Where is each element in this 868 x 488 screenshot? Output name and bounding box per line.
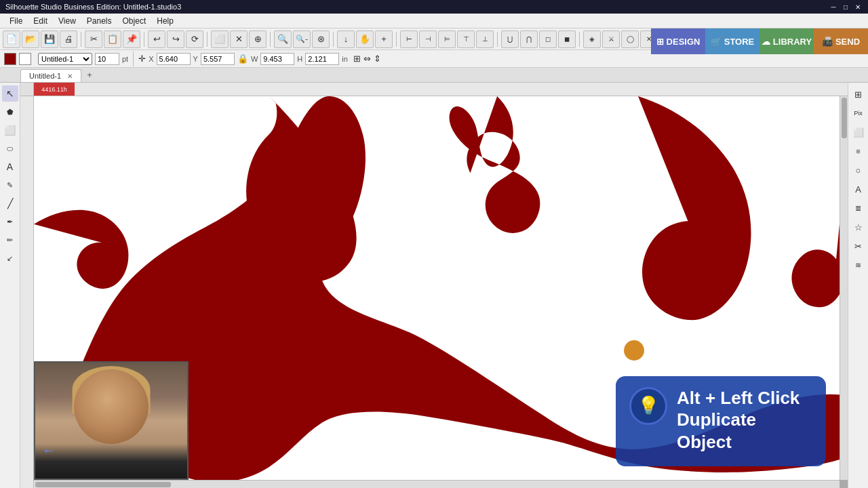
minimize-button[interactable]: ─ xyxy=(829,2,838,12)
align-left-button[interactable]: ⊢ xyxy=(400,30,418,48)
cut-button[interactable]: ✂ xyxy=(85,30,102,48)
x-input[interactable] xyxy=(157,53,191,65)
w-label: W xyxy=(251,55,258,63)
boolean-unite[interactable]: ⋃ xyxy=(501,30,519,48)
cancel-button[interactable]: ✕ xyxy=(230,30,248,48)
design-panel-button[interactable]: ⊞ xyxy=(850,85,867,103)
new-tab-button[interactable]: + xyxy=(81,68,98,82)
replicate-panel-button[interactable]: ✂ xyxy=(850,237,867,255)
close-button[interactable]: ✕ xyxy=(853,2,863,12)
text-tool-button[interactable]: A xyxy=(2,159,18,175)
position-icon: ✛ xyxy=(138,54,146,64)
pen-tool-button[interactable]: ✒ xyxy=(2,214,18,230)
print-button[interactable]: 🖨 xyxy=(60,30,77,48)
zoom-out-button[interactable]: 🔍- xyxy=(293,30,311,48)
cut-settings-button[interactable]: ⬜ xyxy=(850,123,867,141)
eyedropper-button[interactable]: ↙ xyxy=(2,250,18,266)
redo-button[interactable]: ↪ xyxy=(167,30,184,48)
font-dropdown[interactable]: Untitled-1 xyxy=(38,53,92,65)
w-input[interactable] xyxy=(260,53,294,65)
move-down-button[interactable]: ↓ xyxy=(337,30,355,48)
library-nav-button[interactable]: ☁ LIBRARY xyxy=(760,28,814,54)
size-unit-label: pt xyxy=(122,55,128,63)
refresh-button[interactable]: ⟳ xyxy=(186,30,203,48)
knife-button[interactable]: ⚔ xyxy=(602,30,620,48)
pixel-panel-button[interactable]: Pix xyxy=(850,104,867,122)
layers-panel-button[interactable]: ≡ xyxy=(850,142,867,160)
save-button[interactable]: 💾 xyxy=(41,30,58,48)
menu-help[interactable]: Help xyxy=(151,15,179,27)
copy-button[interactable]: 📋 xyxy=(104,30,121,48)
canvas-background[interactable]: 💡 Alt + Left Click Duplicate Object ← xyxy=(34,96,840,480)
draw-line-button[interactable]: ╱ xyxy=(2,195,18,211)
app-title: Silhouette Studio Business Edition: Unti… xyxy=(5,3,181,11)
menu-object[interactable]: Object xyxy=(117,15,152,27)
webcam-face xyxy=(74,369,149,444)
tab-close-button[interactable]: ✕ xyxy=(67,73,73,80)
titlebar-controls: ─ □ ✕ xyxy=(829,2,863,12)
select-tool-button[interactable]: ↖ xyxy=(2,85,18,102)
new-button[interactable]: 📄 xyxy=(3,30,20,48)
menu-edit[interactable]: Edit xyxy=(28,15,53,27)
stroke-color-swatch[interactable] xyxy=(19,53,31,65)
align-center-button[interactable]: ⊣ xyxy=(419,30,437,48)
titlebar: Silhouette Studio Business Edition: Unti… xyxy=(0,0,868,14)
menu-view[interactable]: View xyxy=(53,15,81,27)
align-top-button[interactable]: ⊤ xyxy=(457,30,475,48)
draw-rect-button[interactable]: ⬜ xyxy=(2,122,18,138)
resize-icon: ⊞ xyxy=(353,54,361,64)
fill-panel-button[interactable]: ○ xyxy=(850,161,867,179)
ruler-top: 4416.11h xyxy=(34,83,848,96)
paste-button[interactable]: 📌 xyxy=(123,30,140,48)
trace-button[interactable]: ◈ xyxy=(583,30,601,48)
boolean-intersect[interactable]: ◻ xyxy=(539,30,557,48)
menu-panels[interactable]: Panels xyxy=(81,15,117,27)
fill-color-swatch[interactable] xyxy=(4,53,16,65)
more-panel-button[interactable]: ≋ xyxy=(850,256,867,274)
design-nav-button[interactable]: ⊞ DESIGN xyxy=(651,28,705,54)
h-input[interactable] xyxy=(305,53,339,65)
menu-file[interactable]: File xyxy=(4,15,28,27)
canvas-area[interactable]: 4416.11h xyxy=(20,83,848,488)
draw-ellipse-button[interactable]: ⬭ xyxy=(2,140,18,157)
design-icon: ⊞ xyxy=(656,37,664,47)
maximize-button[interactable]: □ xyxy=(841,2,850,12)
lock-icon: 🔒 xyxy=(237,54,248,64)
open-button[interactable]: 📂 xyxy=(22,30,39,48)
text-panel-button[interactable]: A xyxy=(850,180,867,198)
ruler-selection: 4416.11h xyxy=(34,83,75,96)
webcam-overlay: ← xyxy=(34,361,189,480)
effects-panel-button[interactable]: ☆ xyxy=(850,218,867,236)
select-button[interactable]: ⬜ xyxy=(211,30,229,48)
size-input[interactable] xyxy=(95,53,119,65)
send-icon: 📠 xyxy=(822,37,833,47)
toolbar-sep-7 xyxy=(497,32,498,47)
webcam-person: ← xyxy=(35,363,187,479)
pan-button[interactable]: ✋ xyxy=(356,30,374,48)
h-label: H xyxy=(297,55,302,63)
undo-button[interactable]: ↩ xyxy=(148,30,165,48)
y-input[interactable] xyxy=(201,53,235,65)
vertical-scrollbar[interactable] xyxy=(840,96,848,480)
send-nav-button[interactable]: 📠 SEND xyxy=(814,28,868,54)
zoom-fit-button[interactable]: ⊛ xyxy=(312,30,330,48)
eraser-button[interactable]: ◯ xyxy=(621,30,639,48)
toolbar-sep-6 xyxy=(396,32,397,47)
distribute-button[interactable]: ⊥ xyxy=(476,30,494,48)
store-nav-button[interactable]: 🛒 STORE xyxy=(705,28,760,54)
boolean-subtract[interactable]: ⋂ xyxy=(520,30,538,48)
node-tool-button[interactable]: ⬟ xyxy=(2,104,18,120)
add-point-button[interactable]: + xyxy=(375,30,393,48)
zoom-in-button[interactable]: 🔍 xyxy=(274,30,292,48)
edit-nodes-button[interactable]: ✎ xyxy=(2,177,18,193)
horizontal-scrollbar[interactable] xyxy=(34,480,840,488)
group-button[interactable]: ⊕ xyxy=(249,30,267,48)
align-right-button[interactable]: ⊨ xyxy=(438,30,456,48)
tooltip-lightbulb-icon: 💡 xyxy=(629,387,667,425)
align-panel-button[interactable]: ≣ xyxy=(850,199,867,217)
toolbar-sep-4 xyxy=(270,32,271,47)
pencil-tool-button[interactable]: ✏ xyxy=(2,232,18,248)
toolbar-sep-8 xyxy=(579,32,580,47)
boolean-exclude[interactable]: ◼ xyxy=(558,30,576,48)
tab-untitled-1[interactable]: Untitled-1 ✕ xyxy=(20,69,81,82)
